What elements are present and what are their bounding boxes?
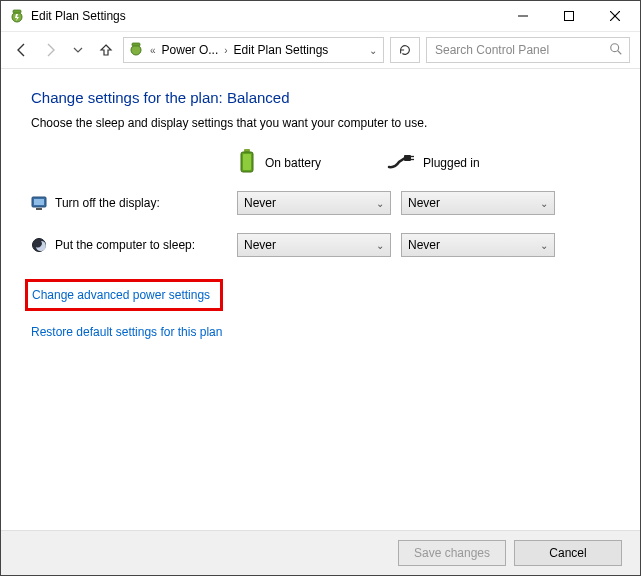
window-title: Edit Plan Settings	[31, 9, 126, 23]
search-icon	[609, 42, 623, 59]
cancel-button-label: Cancel	[549, 546, 586, 560]
plug-icon	[387, 152, 415, 173]
chevron-down-icon: ⌄	[540, 240, 548, 251]
chevron-down-icon: ⌄	[540, 198, 548, 209]
column-headers: On battery Plugged in	[31, 148, 640, 177]
svg-rect-1	[13, 10, 21, 13]
row-display: Turn off the display: Never ⌄ Never ⌄	[31, 191, 640, 215]
sleep-icon	[31, 237, 47, 253]
content-area: Change settings for the plan: Balanced C…	[1, 69, 640, 530]
col-header-plugged: Plugged in	[387, 152, 537, 173]
display-icon	[31, 195, 47, 211]
chevron-left-icon: «	[148, 45, 158, 56]
sleep-battery-select[interactable]: Never ⌄	[237, 233, 391, 257]
footer: Save changes Cancel	[1, 530, 640, 575]
search-input[interactable]	[433, 42, 587, 58]
row-sleep: Put the computer to sleep: Never ⌄ Never…	[31, 233, 640, 257]
breadcrumb-segment[interactable]: Power O...	[162, 43, 219, 57]
refresh-button[interactable]	[390, 37, 420, 63]
chevron-down-icon: ⌄	[376, 198, 384, 209]
titlebar: Edit Plan Settings	[1, 1, 640, 32]
svg-rect-17	[34, 199, 44, 205]
navigation-bar: « Power O... › Edit Plan Settings ⌄	[1, 32, 640, 69]
link-advanced-power-settings[interactable]: Change advanced power settings	[32, 288, 210, 302]
svg-rect-13	[404, 155, 411, 161]
svg-rect-18	[36, 208, 42, 210]
link-restore-defaults[interactable]: Restore default settings for this plan	[31, 325, 222, 339]
up-button[interactable]	[95, 39, 117, 61]
back-button[interactable]	[11, 39, 33, 61]
svg-point-8	[611, 43, 619, 51]
minimize-button[interactable]	[500, 1, 546, 31]
svg-rect-3	[565, 12, 574, 21]
address-bar[interactable]: « Power O... › Edit Plan Settings ⌄	[123, 37, 384, 63]
col-header-plugged-label: Plugged in	[423, 156, 480, 170]
recent-locations-dropdown[interactable]	[67, 39, 89, 61]
sleep-plugged-select[interactable]: Never ⌄	[401, 233, 555, 257]
svg-line-9	[618, 50, 622, 54]
page-heading: Change settings for the plan: Balanced	[31, 89, 640, 106]
display-battery-value: Never	[244, 196, 276, 210]
save-button[interactable]: Save changes	[398, 540, 506, 566]
sleep-plugged-value: Never	[408, 238, 440, 252]
svg-rect-12	[243, 154, 251, 170]
display-plugged-select[interactable]: Never ⌄	[401, 191, 555, 215]
sleep-battery-value: Never	[244, 238, 276, 252]
chevron-down-icon: ⌄	[376, 240, 384, 251]
page-description: Choose the sleep and display settings th…	[31, 116, 640, 130]
battery-icon	[237, 148, 257, 177]
breadcrumb-segment[interactable]: Edit Plan Settings	[234, 43, 329, 57]
col-header-battery: On battery	[237, 148, 387, 177]
chevron-down-icon[interactable]: ⌄	[367, 45, 379, 56]
power-options-icon	[128, 41, 144, 60]
maximize-button[interactable]	[546, 1, 592, 31]
row-sleep-label: Put the computer to sleep:	[55, 238, 195, 252]
row-display-label: Turn off the display:	[55, 196, 160, 210]
highlight-advanced-link: Change advanced power settings	[25, 279, 223, 311]
window: Edit Plan Settings	[0, 0, 641, 576]
links-section: Change advanced power settings Restore d…	[31, 279, 640, 339]
chevron-right-icon: ›	[222, 45, 229, 56]
close-button[interactable]	[592, 1, 638, 31]
col-header-battery-label: On battery	[265, 156, 321, 170]
display-plugged-value: Never	[408, 196, 440, 210]
save-button-label: Save changes	[414, 546, 490, 560]
svg-rect-7	[132, 43, 140, 46]
forward-button[interactable]	[39, 39, 61, 61]
cancel-button[interactable]: Cancel	[514, 540, 622, 566]
display-battery-select[interactable]: Never ⌄	[237, 191, 391, 215]
svg-point-6	[131, 45, 141, 55]
search-box[interactable]	[426, 37, 630, 63]
power-options-icon	[9, 8, 25, 24]
